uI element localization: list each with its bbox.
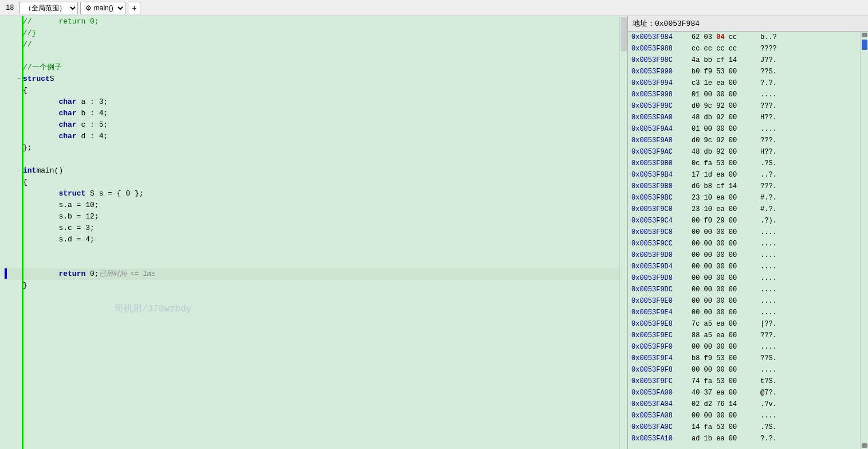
mem-chars: .... xyxy=(760,227,777,237)
memory-row[interactable]: 0x0053F9DC 00 00 00 00 .... xyxy=(628,284,860,295)
code-line[interactable] xyxy=(5,154,619,165)
code-line[interactable]: −int main() xyxy=(5,165,619,177)
code-line[interactable]: }; xyxy=(5,142,619,154)
memory-row[interactable]: 0x0053F998 01 00 00 00 .... xyxy=(628,89,860,100)
mem-bytes: 01 00 00 00 xyxy=(692,89,760,100)
memory-row[interactable]: 0x0053F9A4 01 00 00 00 .... xyxy=(628,123,860,135)
code-line[interactable]: struct S s = { 0 }; xyxy=(5,188,619,200)
scope-select[interactable]: （全局范围） xyxy=(19,2,78,14)
code-line[interactable]: char a : 3; xyxy=(5,96,619,108)
memory-table[interactable]: 0x0053F984 62 03 04 cc b..? 0x0053F988 c… xyxy=(628,32,860,449)
code-line[interactable]: s.d = 4; xyxy=(5,234,619,245)
mem-scroll-down[interactable] xyxy=(862,443,867,448)
mem-scroll-thumb[interactable] xyxy=(862,40,867,50)
fold-minus-icon[interactable]: − xyxy=(15,75,23,83)
code-line[interactable]: { xyxy=(5,85,619,96)
mem-bytes: 00 f0 29 00 xyxy=(692,216,760,226)
memory-row[interactable]: 0x0053F994 c3 1e ea 00 ?.?. xyxy=(628,77,860,89)
mem-chars: .... xyxy=(760,239,777,249)
mem-bytes: 7c a5 ea 00 xyxy=(692,319,760,329)
code-line[interactable]: { xyxy=(5,177,619,188)
memory-row[interactable]: 0x0053F9B4 17 1d ea 00 ..?. xyxy=(628,169,860,181)
memory-row[interactable]: 0x0053F9F0 00 00 00 00 .... xyxy=(628,341,860,353)
memory-row[interactable]: 0x0053FA10 ad 1b ea 00 ?.?. xyxy=(628,433,860,444)
code-line[interactable]: //} xyxy=(5,28,619,39)
code-line[interactable]: −struct S xyxy=(5,73,619,85)
mem-address: 0x0053F9B0 xyxy=(631,158,692,169)
memory-row[interactable]: 0x0053F9C0 23 10 ea 00 #.?. xyxy=(628,204,860,215)
mem-address: 0x0053F9D4 xyxy=(631,261,692,272)
mem-chars: #.?. xyxy=(760,193,777,203)
memory-row[interactable]: 0x0053FA08 00 00 00 00 .... xyxy=(628,410,860,421)
mem-address: 0x0053F9DC xyxy=(631,284,692,295)
mem-chars: ???. xyxy=(760,101,777,111)
code-line[interactable]: //一个例子 xyxy=(5,62,619,73)
mem-address: 0x0053F9C0 xyxy=(631,204,692,214)
memory-row[interactable]: 0x0053F9C8 00 00 00 00 .... xyxy=(628,227,860,238)
memory-row[interactable]: 0x0053F9EC 88 a5 ea 00 ???. xyxy=(628,330,860,341)
code-line[interactable]: s.c = 3; xyxy=(5,222,619,234)
code-line[interactable]: // return 0; xyxy=(5,16,619,28)
code-editor[interactable]: // return 0;//}////一个例子−struct S{ char a… xyxy=(0,16,619,449)
scrollbar-thumb[interactable] xyxy=(621,17,627,52)
memory-row[interactable]: 0x0053F9D8 00 00 00 00 .... xyxy=(628,272,860,284)
mem-address: 0x0053F99C xyxy=(631,101,692,111)
memory-row[interactable]: 0x0053F9F4 b8 f9 53 00 ??S. xyxy=(628,353,860,364)
code-line[interactable]: char b : 4; xyxy=(5,108,619,119)
memory-row[interactable]: 0x0053F9E4 00 00 00 00 .... xyxy=(628,307,860,318)
mem-bytes: 00 00 00 00 xyxy=(692,227,760,237)
code-line[interactable]: char c : 5; xyxy=(5,119,619,131)
mem-address: 0x0053F988 xyxy=(631,44,692,54)
code-line[interactable]: } xyxy=(5,280,619,291)
mem-chars: .... xyxy=(760,307,777,318)
memory-row[interactable]: 0x0053F9E0 00 00 00 00 .... xyxy=(628,295,860,307)
memory-row[interactable]: 0x0053FA0C 14 fa 53 00 .?S. xyxy=(628,421,860,433)
mem-chars: ???. xyxy=(760,135,777,146)
code-line[interactable] xyxy=(5,245,619,257)
memory-row[interactable]: 0x0053F9F8 00 00 00 00 .... xyxy=(628,364,860,376)
mem-bytes: 00 00 00 00 xyxy=(692,261,760,272)
memory-row[interactable]: 0x0053FA04 02 d2 76 14 .?v. xyxy=(628,399,860,410)
memory-row[interactable]: 0x0053F9AC 48 db 92 00 H??. xyxy=(628,146,860,158)
memory-row[interactable]: 0x0053F9B0 0c fa 53 00 .?S. xyxy=(628,158,860,169)
memory-row[interactable]: 0x0053F98C 4a bb cf 14 J??. xyxy=(628,54,860,66)
mem-address: 0x0053F9A0 xyxy=(631,112,692,123)
memory-row[interactable]: 0x0053F9FC 74 fa 53 00 t?S. xyxy=(628,376,860,387)
fold-minus-icon[interactable]: − xyxy=(15,167,23,175)
memory-row[interactable]: 0x0053F988 cc cc cc cc ???? xyxy=(628,43,860,54)
mem-bytes: 0c fa 53 00 xyxy=(692,158,760,169)
memory-row[interactable]: 0x0053F990 b0 f9 53 00 ??S. xyxy=(628,66,860,77)
mem-address: 0x0053F9A4 xyxy=(631,124,692,134)
memory-row[interactable]: 0x0053F9D4 00 00 00 00 .... xyxy=(628,261,860,272)
code-line[interactable]: // xyxy=(5,39,619,50)
memory-row[interactable]: 0x0053F9A8 d0 9c 92 00 ???. xyxy=(628,135,860,146)
mem-address: 0x0053F9AC xyxy=(631,147,692,157)
mem-chars: ??S. xyxy=(760,67,777,77)
memory-row[interactable]: 0x0053F99C d0 9c 92 00 ???. xyxy=(628,100,860,112)
memory-row[interactable]: 0x0053F9D0 00 00 00 00 .... xyxy=(628,249,860,261)
memory-row[interactable]: 0x0053FA00 40 37 ea 00 @7?. xyxy=(628,387,860,399)
mem-scroll-up[interactable] xyxy=(862,33,867,37)
code-line[interactable] xyxy=(5,50,619,62)
memory-row[interactable]: 0x0053F9CC 00 00 00 00 .... xyxy=(628,238,860,249)
mem-chars: .... xyxy=(760,284,777,295)
mem-chars: .?v. xyxy=(760,399,777,409)
code-line[interactable]: s.b = 12; xyxy=(5,211,619,222)
code-line[interactable]: return 0; 已用时间 <= 1ms xyxy=(5,268,619,280)
mem-bytes: ad 1b ea 00 xyxy=(692,434,760,444)
mem-bytes: 00 00 00 00 xyxy=(692,411,760,421)
memory-row[interactable]: 0x0053F9B8 d6 b8 cf 14 ???. xyxy=(628,181,860,192)
memory-row[interactable]: 0x0053F9A0 48 db 92 00 H??. xyxy=(628,112,860,123)
mem-bytes: d0 9c 92 00 xyxy=(692,135,760,146)
code-scrollbar[interactable] xyxy=(619,16,627,449)
memory-scrollbar[interactable] xyxy=(860,32,868,449)
add-button[interactable]: + xyxy=(128,2,140,14)
memory-row[interactable]: 0x0053F9C4 00 f0 29 00 .?). xyxy=(628,215,860,227)
code-line[interactable] xyxy=(5,257,619,268)
code-line[interactable]: char d : 4; xyxy=(5,131,619,142)
function-select[interactable]: ⚙ main() xyxy=(80,2,125,14)
memory-row[interactable]: 0x0053F984 62 03 04 cc b..? xyxy=(628,32,860,43)
code-line[interactable]: s.a = 10; xyxy=(5,200,619,211)
memory-row[interactable]: 0x0053F9E8 7c a5 ea 00 |??. xyxy=(628,318,860,330)
memory-row[interactable]: 0x0053F9BC 23 10 ea 00 #.?. xyxy=(628,192,860,204)
